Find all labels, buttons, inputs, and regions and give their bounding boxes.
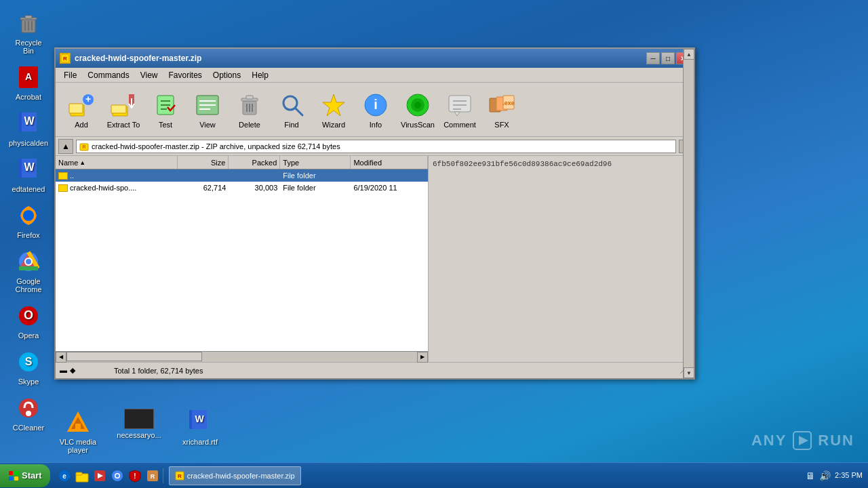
necessary-icon[interactable]: necessaryo... bbox=[115, 409, 163, 454]
comment-button[interactable]: Comment bbox=[439, 86, 480, 134]
start-button[interactable]: Start bbox=[0, 464, 50, 487]
ql-winrar-icon[interactable]: R bbox=[145, 468, 160, 483]
scroll-thumb[interactable] bbox=[66, 352, 202, 361]
svg-text:R: R bbox=[63, 56, 67, 62]
taskbar: Start e bbox=[0, 462, 868, 488]
scroll-left-button[interactable]: ◀ bbox=[56, 352, 66, 363]
ccleaner-icon[interactable]: CCleaner bbox=[7, 392, 50, 434]
windows-logo-icon bbox=[8, 470, 19, 481]
ql-media-icon[interactable] bbox=[92, 468, 107, 483]
svg-text:O: O bbox=[24, 308, 33, 322]
address-field: R cracked-hwid-spoofer-master.zip - ZIP … bbox=[76, 140, 676, 153]
menu-commands[interactable]: Commands bbox=[82, 69, 134, 81]
status-icon-1: ▬ bbox=[60, 366, 67, 375]
back-button[interactable]: ▲ bbox=[58, 139, 73, 154]
svg-text:W: W bbox=[24, 161, 35, 173]
taskbar-winrar-icon: R bbox=[175, 471, 184, 481]
menu-favorites[interactable]: Favorites bbox=[163, 69, 208, 81]
svg-rect-2 bbox=[25, 16, 32, 18]
svg-point-19 bbox=[26, 259, 31, 264]
scroll-right-button[interactable]: ▶ bbox=[417, 352, 428, 363]
table-row[interactable]: cracked-hwid-spo.... 62,714 30,003 File … bbox=[56, 182, 428, 194]
restore-button[interactable]: □ bbox=[661, 52, 675, 64]
info-button[interactable]: i Info bbox=[355, 86, 396, 134]
menu-file[interactable]: File bbox=[58, 69, 82, 81]
opera-icon[interactable]: O Opera bbox=[7, 300, 50, 342]
svg-point-56 bbox=[414, 102, 421, 108]
col-header-name[interactable]: Name ▲ bbox=[56, 156, 178, 169]
col-header-packed[interactable]: Packed bbox=[229, 156, 280, 169]
column-headers: Name ▲ Size Packed Type Modified bbox=[56, 156, 428, 169]
vlc-icon[interactable]: VLC media player bbox=[54, 409, 102, 454]
extract-to-button[interactable]: Extract To bbox=[103, 86, 144, 134]
svg-text:i: i bbox=[374, 97, 378, 112]
chrome-icon[interactable]: Google Chrome bbox=[7, 245, 50, 296]
svg-rect-33 bbox=[111, 105, 126, 113]
svg-point-95 bbox=[115, 474, 119, 477]
desktop: Recycle Bin A Acrobat W physicalden bbox=[0, 0, 868, 488]
acrobat-desktop-icon[interactable]: A Acrobat bbox=[7, 61, 50, 104]
anyrun-text: ANY bbox=[751, 432, 787, 449]
virusscan-button[interactable]: VirusScan bbox=[397, 86, 438, 134]
right-pane-scrollbar[interactable]: ▲ ▼ bbox=[683, 156, 694, 362]
svg-text:W: W bbox=[24, 115, 35, 127]
physicaldesktop-icon[interactable]: W physicalden bbox=[7, 107, 50, 150]
col-header-modified[interactable]: Modified bbox=[351, 156, 428, 169]
window-title: cracked-hwid-spoofer-master.zip bbox=[75, 54, 646, 63]
find-button[interactable]: Find bbox=[271, 86, 312, 134]
col-header-size[interactable]: Size bbox=[178, 156, 229, 169]
recycle-bin-icon[interactable]: Recycle Bin bbox=[7, 7, 50, 58]
title-bar: R cracked-hwid-spoofer-master.zip ─ □ ✕ bbox=[56, 49, 694, 68]
desktop-icon-area: Recycle Bin A Acrobat W physicalden bbox=[0, 0, 57, 441]
sfx-button[interactable]: .exe SFX bbox=[481, 86, 522, 134]
quick-launch: e bbox=[54, 468, 163, 483]
system-tray: 🖥 🔊 2:35 PM bbox=[800, 470, 868, 481]
wizard-button[interactable]: Wizard bbox=[313, 86, 354, 134]
menu-help[interactable]: Help bbox=[246, 69, 274, 81]
svg-rect-29 bbox=[69, 104, 83, 113]
folder-icon bbox=[58, 172, 68, 180]
status-icon-2: ◆ bbox=[70, 366, 75, 375]
menu-bar: File Commands View Favorites Options Hel… bbox=[56, 68, 694, 83]
xrichard-icon[interactable]: W xrichard.rtf bbox=[176, 409, 224, 454]
address-bar: ▲ R cracked-hwid-spoofer-master.zip - ZI… bbox=[56, 137, 694, 156]
scroll-track[interactable] bbox=[66, 352, 417, 362]
bottom-desktop-icons: VLC media player necessaryo... W xrichar… bbox=[54, 409, 224, 454]
svg-rect-77 bbox=[75, 424, 81, 430]
svg-rect-86 bbox=[14, 476, 18, 481]
svg-text:R: R bbox=[150, 473, 155, 480]
add-button[interactable]: + Add bbox=[61, 86, 102, 134]
view-button[interactable]: View bbox=[187, 86, 228, 134]
ql-chrome-icon[interactable] bbox=[110, 468, 125, 483]
svg-point-15 bbox=[23, 210, 34, 221]
minimize-button[interactable]: ─ bbox=[646, 52, 660, 64]
edtatened-icon[interactable]: W edtatened bbox=[7, 153, 50, 196]
svg-text:R: R bbox=[178, 473, 182, 479]
status-icons: ▬ ◆ bbox=[60, 366, 114, 375]
content-area: Name ▲ Size Packed Type Modified bbox=[56, 156, 694, 362]
skype-icon[interactable]: S Skype bbox=[7, 346, 50, 388]
system-clock[interactable]: 2:35 PM bbox=[835, 470, 863, 480]
col-header-type[interactable]: Type bbox=[280, 156, 351, 169]
taskbar-item-winrar[interactable]: R cracked-hwid-spoofer-master.zip bbox=[169, 466, 301, 485]
menu-options[interactable]: Options bbox=[208, 69, 246, 81]
network-tray-icon[interactable]: 🖥 bbox=[806, 470, 815, 481]
menu-view[interactable]: View bbox=[135, 69, 163, 81]
svg-text:.exe: .exe bbox=[502, 100, 515, 106]
ql-shield-icon[interactable]: ! bbox=[127, 468, 142, 483]
ql-folder-icon[interactable] bbox=[75, 468, 90, 483]
svg-text:+: + bbox=[85, 94, 91, 104]
volume-tray-icon[interactable]: 🔊 bbox=[819, 470, 831, 481]
right-pane: 6fb50f802ee931bfe56c0d89386ac9ce69ad2d96… bbox=[429, 156, 694, 362]
ql-ie-icon[interactable]: e bbox=[57, 468, 72, 483]
svg-marker-51 bbox=[323, 94, 344, 116]
table-row[interactable]: .. File folder bbox=[56, 169, 428, 182]
delete-button[interactable]: Delete bbox=[229, 86, 270, 134]
svg-point-25 bbox=[26, 411, 31, 416]
svg-text:A: A bbox=[25, 71, 32, 82]
svg-marker-82 bbox=[799, 436, 808, 445]
test-button[interactable]: Test bbox=[145, 86, 186, 134]
file-rows: .. File folder cracked-hwid-spo.... bbox=[56, 169, 428, 351]
horizontal-scrollbar[interactable]: ◀ ▶ bbox=[56, 351, 428, 362]
firefox-icon[interactable]: Firefox bbox=[7, 199, 50, 242]
